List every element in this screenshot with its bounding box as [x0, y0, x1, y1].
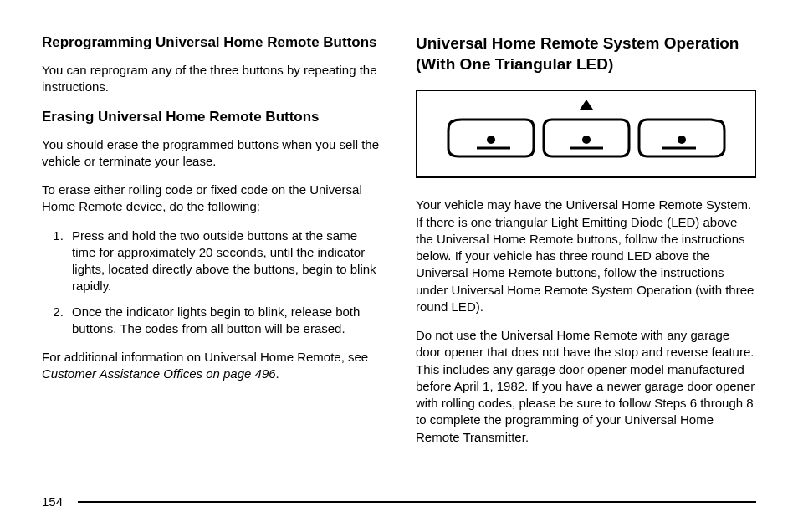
footer-divider — [78, 501, 756, 503]
svg-point-2 — [582, 136, 591, 144]
svg-point-0 — [487, 136, 495, 144]
remote-diagram — [416, 90, 756, 178]
remote-buttons-row — [434, 115, 738, 161]
text-additional-prefix: For additional information on Universal … — [42, 350, 368, 364]
list-item: Once the indicator lights begin to blink… — [67, 304, 382, 338]
triangle-led-icon — [580, 100, 593, 110]
remote-button-right — [636, 115, 728, 161]
heading-operation: Universal Home Remote System Operation (… — [416, 33, 756, 74]
paragraph-erase-how: To erase either rolling code or fixed co… — [42, 182, 382, 216]
paragraph-reprogram: You can reprogram any of the three butto… — [42, 62, 382, 96]
page-content: Reprogramming Universal Home Remote Butt… — [42, 33, 756, 485]
erase-steps-list: Press and hold the two outside buttons a… — [42, 228, 382, 338]
left-column: Reprogramming Universal Home Remote Butt… — [42, 33, 382, 485]
list-item: Press and hold the two outside buttons a… — [67, 228, 382, 295]
paragraph-system-info: Your vehicle may have the Universal Home… — [416, 197, 756, 315]
page-footer: 154 — [42, 494, 756, 509]
heading-erasing: Erasing Universal Home Remote Buttons — [42, 108, 382, 126]
paragraph-additional-info: For additional information on Universal … — [42, 349, 382, 383]
text-additional-suffix: . — [276, 366, 279, 381]
heading-reprogramming: Reprogramming Universal Home Remote Butt… — [42, 33, 382, 52]
right-column: Universal Home Remote System Operation (… — [416, 33, 756, 485]
text-reference-italic: Customer Assistance Offices on page 496 — [42, 366, 276, 381]
paragraph-warning: Do not use the Universal Home Remote wit… — [416, 327, 756, 446]
paragraph-erase-when: You should erase the programmed buttons … — [42, 136, 382, 171]
page-number: 154 — [42, 494, 63, 509]
remote-button-center — [540, 115, 632, 161]
remote-button-left — [445, 115, 537, 161]
svg-point-4 — [678, 136, 686, 144]
